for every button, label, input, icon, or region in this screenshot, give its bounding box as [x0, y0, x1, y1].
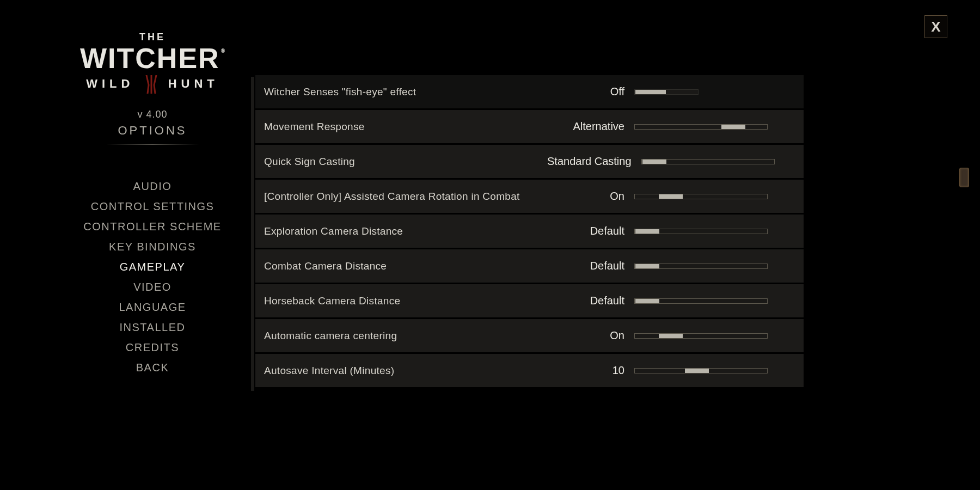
- game-logo: THE WITCHER® WILD HUNT: [76, 32, 229, 94]
- menu-item-language[interactable]: LANGUAGE: [76, 297, 229, 317]
- options-title: OPTIONS: [76, 124, 229, 141]
- slider-track: [634, 194, 768, 199]
- setting-slider[interactable]: [634, 332, 768, 340]
- settings-scrollbar[interactable]: [959, 76, 969, 381]
- menu-item-video[interactable]: VIDEO: [76, 277, 229, 297]
- setting-value: 10: [547, 364, 634, 377]
- setting-label: Quick Sign Casting: [264, 156, 547, 168]
- setting-row[interactable]: Quick Sign CastingStandard Casting: [255, 145, 804, 178]
- menu-item-control-settings[interactable]: CONTROL SETTINGS: [76, 197, 229, 217]
- slider-thumb[interactable]: [721, 125, 745, 129]
- options-menu: AUDIO CONTROL SETTINGS CONTROLLER SCHEME…: [76, 176, 229, 378]
- logo-wildhunt: WILD HUNT: [86, 75, 219, 94]
- logo-the: THE: [76, 32, 229, 43]
- slider-track: [634, 124, 768, 130]
- setting-row[interactable]: Combat Camera DistanceDefault: [255, 249, 804, 283]
- menu-item-credits[interactable]: CREDITS: [76, 338, 229, 358]
- setting-value: Alternative: [547, 120, 634, 133]
- setting-slider[interactable]: [634, 297, 768, 305]
- setting-slider[interactable]: [634, 367, 768, 375]
- slider-thumb[interactable]: [635, 299, 659, 303]
- scroll-thumb[interactable]: [959, 168, 969, 187]
- panel-left-bar: [251, 77, 254, 391]
- logo-witcher: WITCHER®: [76, 45, 229, 72]
- setting-label: Witcher Senses "fish-eye" effect: [264, 86, 547, 98]
- setting-row[interactable]: Movement ResponseAlternative: [255, 110, 804, 143]
- slider-track: [634, 333, 768, 339]
- menu-item-audio[interactable]: AUDIO: [76, 176, 229, 197]
- menu-item-key-bindings[interactable]: KEY BINDINGS: [76, 237, 229, 257]
- sidebar: THE WITCHER® WILD HUNT v 4.00 OPTIONS AU…: [76, 32, 229, 378]
- setting-label: Movement Response: [264, 121, 547, 133]
- close-icon: X: [931, 19, 940, 35]
- setting-slider[interactable]: [634, 123, 768, 131]
- setting-label: Exploration Camera Distance: [264, 225, 547, 237]
- logo-witcher-text: WITCHER: [80, 42, 220, 74]
- setting-slider[interactable]: [634, 88, 699, 96]
- setting-label: [Controller Only] Assisted Camera Rotati…: [264, 191, 547, 203]
- slider-thumb[interactable]: [659, 194, 683, 199]
- setting-slider[interactable]: [641, 158, 775, 166]
- menu-item-gameplay[interactable]: GAMEPLAY: [76, 257, 229, 277]
- slider-thumb[interactable]: [659, 334, 683, 338]
- settings-panel: Witcher Senses "fish-eye" effectOffMovem…: [251, 75, 804, 391]
- trademark-icon: ®: [221, 48, 226, 54]
- setting-row[interactable]: Exploration Camera DistanceDefault: [255, 215, 804, 248]
- setting-label: Combat Camera Distance: [264, 260, 547, 272]
- divider: [106, 144, 199, 145]
- setting-value: On: [547, 329, 634, 342]
- setting-value: On: [547, 190, 634, 203]
- setting-value: Off: [547, 85, 634, 98]
- slider-thumb[interactable]: [685, 369, 709, 373]
- logo-hunt: HUNT: [168, 77, 219, 90]
- setting-slider[interactable]: [634, 262, 768, 270]
- setting-value: Default: [547, 295, 634, 307]
- setting-row[interactable]: Autosave Interval (Minutes)10: [255, 354, 804, 387]
- setting-row[interactable]: Horseback Camera DistanceDefault: [255, 284, 804, 317]
- setting-label: Autosave Interval (Minutes): [264, 365, 547, 377]
- settings-rows: Witcher Senses "fish-eye" effectOffMovem…: [255, 75, 804, 389]
- setting-row[interactable]: Automatic camera centeringOn: [255, 319, 804, 352]
- slider-thumb[interactable]: [635, 264, 659, 268]
- setting-value: Default: [547, 225, 634, 237]
- slider-thumb[interactable]: [642, 160, 666, 164]
- setting-slider[interactable]: [634, 228, 768, 235]
- setting-row[interactable]: Witcher Senses "fish-eye" effectOff: [255, 75, 804, 108]
- setting-value: Standard Casting: [547, 155, 641, 168]
- menu-item-controller-scheme[interactable]: CONTROLLER SCHEME: [76, 217, 229, 237]
- close-button[interactable]: X: [924, 15, 947, 38]
- setting-label: Automatic camera centering: [264, 330, 547, 342]
- logo-wild: WILD: [86, 77, 134, 90]
- setting-label: Horseback Camera Distance: [264, 295, 547, 307]
- menu-item-back[interactable]: BACK: [76, 358, 229, 378]
- version-label: v 4.00: [76, 109, 229, 120]
- setting-slider[interactable]: [634, 193, 768, 200]
- slider-thumb[interactable]: [635, 90, 666, 94]
- slider-thumb[interactable]: [635, 229, 659, 234]
- setting-value: Default: [547, 260, 634, 272]
- setting-row[interactable]: [Controller Only] Assisted Camera Rotati…: [255, 180, 804, 213]
- claw-icon: [143, 75, 160, 94]
- menu-item-installed[interactable]: INSTALLED: [76, 317, 229, 338]
